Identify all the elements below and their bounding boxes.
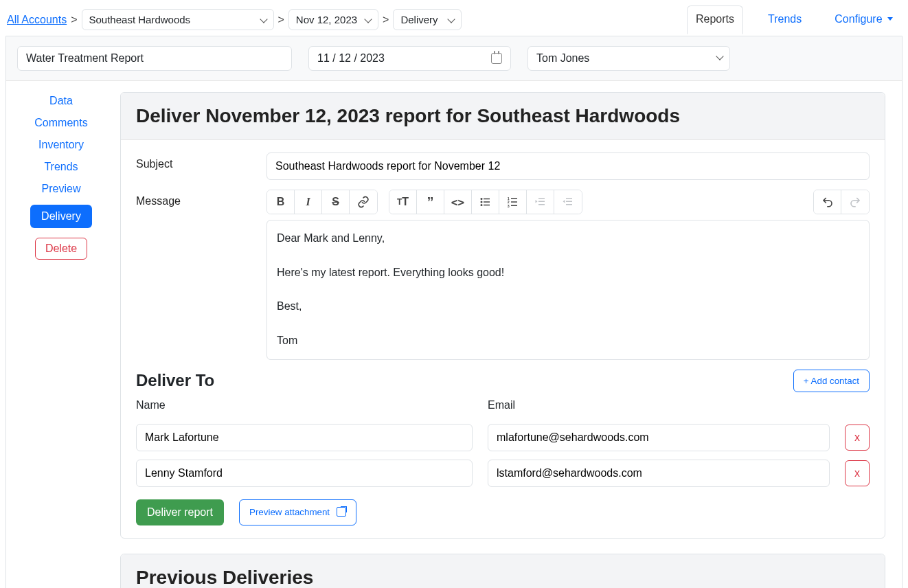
sidebar-item-preview[interactable]: Preview: [42, 183, 81, 195]
recipient-name-input[interactable]: [136, 460, 473, 487]
sidebar-item-trends[interactable]: Trends: [44, 161, 78, 173]
breadcrumb-account-value: Southeast Hardwoods: [89, 14, 191, 25]
svg-rect-13: [538, 201, 545, 203]
message-editor[interactable]: Dear Mark and Lenny, Here's my latest re…: [266, 220, 870, 360]
svg-rect-1: [484, 199, 490, 200]
number-list-button[interactable]: 123: [499, 190, 527, 214]
add-contact-button[interactable]: + Add contact: [793, 370, 870, 392]
sidebar-delete-button[interactable]: Delete: [35, 238, 87, 260]
message-label: Message: [136, 190, 266, 207]
svg-rect-11: [511, 205, 517, 207]
chevron-down-icon: [260, 15, 267, 23]
rte-toolbar: B I S TT ” <>: [266, 190, 870, 214]
deliver-card: Deliver November 12, 2023 report for Sou…: [120, 92, 885, 539]
breadcrumb-section-select[interactable]: Delivery: [393, 9, 462, 30]
breadcrumb-section-value: Delivery: [400, 14, 438, 25]
assignee-value: Tom Jones: [536, 52, 589, 65]
calendar-icon: [491, 53, 502, 64]
sidebar-item-data[interactable]: Data: [49, 95, 73, 107]
email-column-label: Email: [488, 399, 830, 411]
recipient-row: x: [136, 424, 870, 451]
recipient-name-input[interactable]: [136, 424, 473, 451]
strike-button[interactable]: S: [322, 190, 350, 214]
svg-text:3: 3: [507, 204, 509, 208]
svg-rect-12: [538, 198, 545, 199]
quote-button[interactable]: ”: [417, 190, 444, 214]
breadcrumb-all-accounts[interactable]: All Accounts: [7, 14, 67, 26]
subject-label: Subject: [136, 152, 266, 170]
sidebar-item-comments[interactable]: Comments: [34, 117, 87, 129]
svg-point-4: [480, 204, 482, 206]
breadcrumb-date-value: Nov 12, 2023: [296, 14, 357, 25]
report-date-input[interactable]: 11 / 12 / 2023: [308, 46, 511, 71]
chevron-down-icon: [716, 52, 723, 60]
svg-rect-7: [511, 198, 517, 199]
svg-marker-15: [535, 200, 537, 203]
breadcrumb-sep: >: [278, 14, 284, 26]
outdent-button[interactable]: [527, 190, 554, 214]
caret-down-icon: [887, 17, 893, 21]
svg-rect-16: [566, 198, 572, 199]
recipient-row: x: [136, 460, 870, 487]
bullet-list-button[interactable]: [472, 190, 499, 214]
previous-deliveries-title: Previous Deliveries: [121, 554, 885, 588]
recipient-email-input[interactable]: [488, 424, 830, 451]
sidebar-item-delivery[interactable]: Delivery: [30, 205, 92, 228]
tab-configure-label: Configure: [835, 13, 882, 25]
sidebar-item-inventory[interactable]: Inventory: [38, 139, 84, 151]
subject-input[interactable]: [266, 152, 870, 180]
remove-recipient-button[interactable]: x: [845, 425, 870, 451]
svg-rect-17: [566, 201, 572, 203]
code-button[interactable]: <>: [444, 190, 472, 214]
svg-point-2: [480, 201, 482, 203]
deliver-report-button[interactable]: Deliver report: [136, 499, 224, 525]
svg-marker-19: [563, 200, 565, 203]
breadcrumb-sep: >: [383, 14, 389, 26]
preview-attachment-button[interactable]: Preview attachment: [239, 499, 356, 525]
external-link-icon: [337, 507, 346, 517]
svg-rect-5: [484, 205, 490, 206]
tab-configure[interactable]: Configure: [826, 6, 901, 34]
previous-deliveries-card: Previous Deliveries None: [120, 554, 885, 588]
breadcrumb-account-select[interactable]: Southeast Hardwoods: [82, 9, 274, 30]
svg-rect-14: [538, 204, 545, 205]
svg-point-0: [480, 198, 482, 200]
svg-rect-9: [511, 201, 517, 203]
report-date-value: 11 / 12 / 2023: [317, 52, 385, 65]
svg-rect-18: [566, 204, 572, 205]
chevron-down-icon: [448, 15, 455, 23]
link-button[interactable]: [350, 190, 377, 214]
name-column-label: Name: [136, 399, 473, 411]
heading-button[interactable]: TT: [389, 190, 417, 214]
deliver-card-title: Deliver November 12, 2023 report for Sou…: [121, 93, 885, 140]
remove-recipient-button[interactable]: x: [845, 460, 870, 486]
recipient-email-input[interactable]: [488, 460, 830, 487]
undo-button[interactable]: [814, 190, 841, 214]
deliver-to-heading: Deliver To: [136, 371, 214, 390]
chevron-down-icon: [364, 15, 372, 23]
italic-button[interactable]: I: [295, 190, 322, 214]
assignee-select[interactable]: Tom Jones: [527, 46, 730, 71]
svg-rect-3: [484, 201, 490, 203]
report-name-input[interactable]: Water Treatment Report: [17, 46, 292, 71]
tab-reports[interactable]: Reports: [687, 5, 743, 34]
indent-button[interactable]: [554, 190, 582, 214]
breadcrumb-date-select[interactable]: Nov 12, 2023: [288, 9, 378, 30]
bold-button[interactable]: B: [267, 190, 295, 214]
redo-button[interactable]: [841, 190, 869, 214]
report-name-value: Water Treatment Report: [26, 52, 144, 65]
breadcrumb-sep: >: [71, 14, 77, 26]
preview-attachment-label: Preview attachment: [249, 507, 330, 517]
tab-trends[interactable]: Trends: [760, 6, 810, 34]
